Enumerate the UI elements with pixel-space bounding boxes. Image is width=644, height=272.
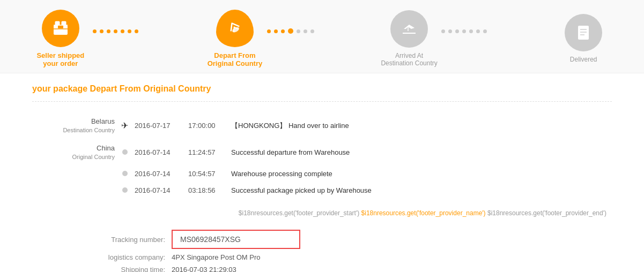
plane-land-icon	[399, 19, 419, 39]
plane-takeoff-svg	[225, 18, 245, 39]
step-delivered: Delivered	[555, 14, 612, 63]
footer-name: $i18nresources.get('footer_provider_name…	[361, 209, 486, 217]
tracking-table: Belarus Destination Country ✈ 2016-07-17…	[32, 112, 612, 199]
table-row: China Original Country 2016-07-14 11:24:…	[32, 139, 612, 166]
icon-cell-4	[118, 182, 131, 199]
package-title-prefix: your package	[32, 84, 87, 93]
step-seller: Seller shipped your order	[32, 10, 89, 67]
logistics-row: logistics company: 4PX Singapore Post OM…	[86, 253, 612, 261]
page-wrapper: Seller shipped your order Depart From Or…	[0, 0, 644, 272]
icon-cell-2	[118, 139, 131, 166]
time-cell-2: 11:24:57	[185, 139, 228, 166]
svg-rect-9	[578, 26, 589, 40]
step-depart-icon-wrap	[216, 10, 254, 47]
icon-cell-3	[118, 165, 131, 182]
time-cell-1: 17:00:00	[185, 112, 228, 139]
svg-rect-4	[62, 21, 66, 25]
location-cell-3	[32, 165, 118, 182]
time-cell-4: 03:18:56	[185, 182, 228, 199]
table-row: 2016-07-14 03:18:56 Successful package p…	[32, 182, 612, 199]
event-cell-2: Successful departure from Warehouse	[228, 139, 612, 166]
date-cell-3: 2016-07-14	[131, 165, 185, 182]
footer-end: $i18nresources.get('footer_provider_end'…	[487, 209, 606, 217]
dot-icon-3	[122, 171, 128, 176]
package-title: your package Depart From Original Countr…	[32, 84, 612, 102]
location-cell-1: Belarus Destination Country	[32, 112, 118, 139]
date-cell-4: 2016-07-14	[131, 182, 185, 199]
step-arrived-icon-wrap	[390, 10, 428, 48]
step-arrived: Arrived At Destination Country	[381, 10, 438, 67]
step-seller-label: Seller shipped your order	[32, 51, 89, 67]
tracking-number-box: MS06928457XSG	[172, 230, 300, 249]
table-row: 2016-07-14 10:54:57 Warehouse processing…	[32, 165, 612, 182]
shipping-time-label: Shipping time:	[86, 266, 172, 272]
package-title-highlight: Depart From Original Country	[90, 84, 211, 93]
location-cell-2: China Original Country	[32, 139, 118, 166]
step-depart-label: Depart From Original Country	[206, 51, 263, 67]
date-cell-1: 2016-07-17	[131, 112, 185, 139]
connector-2	[263, 28, 381, 34]
date-cell-2: 2016-07-14	[131, 139, 185, 166]
country-sub-2: Original Country	[35, 153, 115, 161]
info-section: Tracking number: MS06928457XSG logistics…	[86, 230, 612, 272]
plane-icon-1: ✈	[121, 121, 128, 130]
step-arrived-label: Arrived At Destination Country	[381, 52, 438, 67]
time-cell-3: 10:54:57	[185, 165, 228, 182]
connector-1	[89, 29, 206, 33]
footer-start: $i18nresources.get('footer_provider_star…	[239, 209, 359, 217]
svg-rect-3	[55, 21, 60, 25]
country-sub-1: Destination Country	[35, 126, 115, 134]
step-depart: Depart From Original Country	[206, 10, 263, 67]
shipping-time-value: 2016-07-03 21:29:03	[172, 266, 236, 272]
tracking-number-row: Tracking number: MS06928457XSG	[86, 230, 612, 249]
icon-cell-1: ✈	[118, 112, 131, 139]
step-delivered-icon-wrap	[565, 14, 602, 51]
table-row: Belarus Destination Country ✈ 2016-07-17…	[32, 112, 612, 139]
shipping-time-row: Shipping time: 2016-07-03 21:29:03	[86, 266, 612, 272]
dot-icon-4	[122, 187, 128, 193]
step-delivered-label: Delivered	[570, 56, 597, 63]
dot-icon-2	[122, 149, 128, 155]
event-cell-4: Successful package picked up by Warehous…	[228, 182, 612, 199]
logistics-value: 4PX Singapore Post OM Pro	[172, 253, 260, 261]
svg-rect-1	[58, 25, 63, 28]
progress-bar: Seller shipped your order Depart From Or…	[0, 0, 644, 73]
country-name-2: China	[35, 143, 115, 153]
event-cell-3: Warehouse processing complete	[228, 165, 612, 182]
tracking-number-value: MS06928457XSG	[180, 235, 241, 244]
footer-provider-text: $i18nresources.get('footer_provider_star…	[32, 209, 612, 217]
main-content: your package Depart From Original Countr…	[0, 73, 644, 272]
delivered-icon	[574, 23, 593, 42]
location-cell-4	[32, 182, 118, 199]
logistics-label: logistics company:	[86, 253, 172, 261]
step-seller-icon-wrap	[42, 10, 79, 47]
event-cell-1: 【HONGKONG】 Hand over to airline	[228, 112, 612, 139]
connector-3	[438, 29, 555, 33]
tracking-number-label: Tracking number:	[86, 236, 172, 244]
box-icon	[51, 19, 70, 38]
country-name-1: Belarus	[35, 117, 115, 126]
